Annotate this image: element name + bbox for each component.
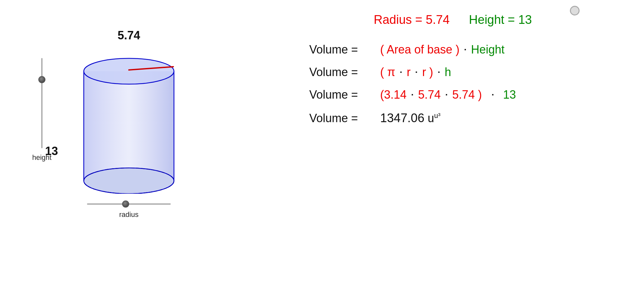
top-values: Radius = 5.74 Height = 13 bbox=[309, 13, 625, 27]
formula-row3-dot2: · bbox=[445, 90, 448, 100]
height-display: 13 bbox=[45, 144, 58, 158]
radius-slider-label: radius bbox=[119, 210, 139, 219]
formula-row1-dot: · bbox=[464, 44, 466, 55]
formula-row2-r2: r ) bbox=[422, 65, 433, 79]
formula-row-2: Volume = ( π · r · r ) · h bbox=[309, 65, 625, 79]
formula-row1-label: Volume = bbox=[309, 43, 374, 56]
radius-slider-thumb[interactable] bbox=[122, 200, 129, 208]
height-value-display: Height = 13 bbox=[469, 13, 532, 27]
height-slider-thumb[interactable] bbox=[38, 76, 45, 83]
height-number: 13 bbox=[518, 13, 532, 26]
formula-row3-v1: 5.74 bbox=[418, 88, 441, 102]
result-value: 1347.06 bbox=[380, 111, 424, 125]
result-units-sup: u³ bbox=[434, 112, 440, 120]
radius-slider-track bbox=[87, 203, 171, 205]
formula-row3-v2: 5.74 ) bbox=[452, 88, 482, 102]
height-slider-track bbox=[41, 58, 43, 148]
radius-display: 5.74 bbox=[118, 29, 140, 42]
formula-section: Volume = ( Area of base ) · Height Volum… bbox=[309, 43, 625, 125]
left-panel: height 5.74 13 bbox=[0, 0, 258, 283]
formula-row1-height: Height bbox=[471, 43, 505, 56]
formula-result-row: Volume = 1347.06 uu³ bbox=[309, 111, 625, 125]
formula-row1-area: ( Area of base ) bbox=[380, 43, 459, 56]
cylinder-area: 5.74 13 bbox=[64, 29, 193, 254]
formula-row2-dot2: · bbox=[415, 67, 418, 77]
radius-value-display: Radius = 5.74 bbox=[374, 13, 450, 27]
formula-row3-label: Volume = bbox=[309, 88, 374, 102]
formula-row2-dot1: · bbox=[400, 67, 402, 77]
info-icon[interactable] bbox=[570, 6, 580, 15]
radius-slider-container: radius bbox=[87, 200, 171, 219]
formula-row3-dot1: · bbox=[411, 90, 414, 100]
svg-point-5 bbox=[84, 58, 174, 84]
right-panel: Radius = 5.74 Height = 13 Volume = ( Are… bbox=[290, 0, 644, 283]
formula-row2-h: h bbox=[445, 65, 451, 79]
formula-row2-pi: ( π bbox=[380, 65, 395, 79]
formula-row-1: Volume = ( Area of base ) · Height bbox=[309, 43, 625, 56]
formula-row3-dot3: · bbox=[492, 90, 494, 100]
formula-row3-height: 13 bbox=[503, 88, 516, 102]
formula-row2-dot3: · bbox=[437, 67, 440, 77]
formula-row-3: Volume = (3.14 · 5.74 · 5.74 ) · 13 bbox=[309, 88, 625, 102]
result-units: uu³ bbox=[428, 112, 440, 125]
formula-row2-label: Volume = bbox=[309, 65, 374, 79]
formula-row3-open: (3.14 bbox=[380, 88, 407, 102]
formula-row2-r1: r bbox=[407, 65, 411, 79]
cylinder-svg bbox=[74, 45, 184, 194]
radius-number: 5.74 bbox=[426, 13, 450, 26]
result-label: Volume = bbox=[309, 112, 374, 125]
svg-rect-0 bbox=[84, 71, 174, 181]
